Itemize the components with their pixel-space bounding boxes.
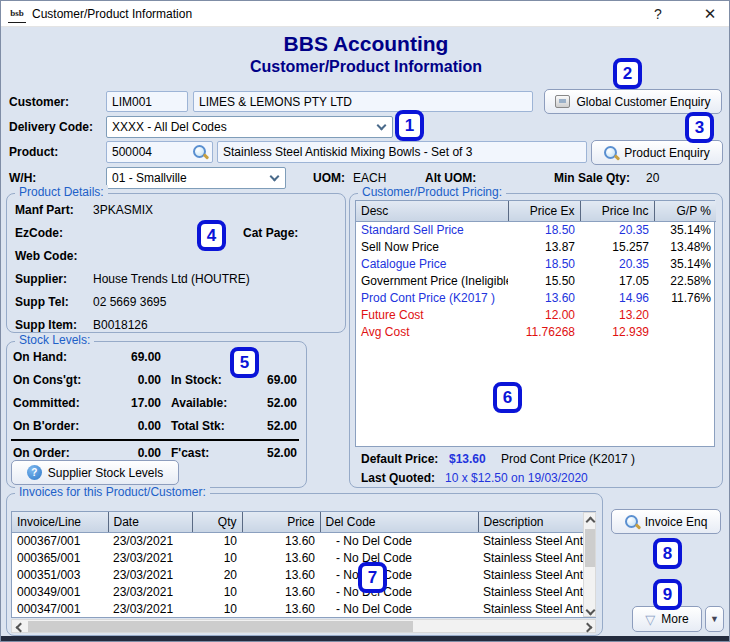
more-label: More xyxy=(661,612,688,626)
stock-label: In Stock: xyxy=(171,373,222,387)
invoice-price: 13.60 xyxy=(242,532,320,549)
chevron-down-icon: ▽ xyxy=(645,612,655,627)
invoices-horizontal-scrollbar[interactable] xyxy=(11,619,596,633)
pricing-row: Avg Cost 11.76268 12.939 xyxy=(356,323,716,340)
invoices-header-row: Invoice/Line Date Qty Price Del Code Des… xyxy=(12,512,584,532)
stock-label: Available: xyxy=(171,396,227,410)
pricing-row: Government Price (Ineligible) 15.50 17.0… xyxy=(356,272,716,289)
invoice-description: Stainless Steel Antis xyxy=(478,549,584,566)
delivery-code-label: Delivery Code: xyxy=(9,120,93,134)
pricing-row: Future Cost 12.00 13.20 xyxy=(356,306,716,323)
global-enquiry-icon xyxy=(555,95,570,108)
invoice-qty: 10 xyxy=(192,532,242,549)
stock-value: 0.00 xyxy=(91,419,161,433)
stock-label: On Hand: xyxy=(13,350,67,364)
annotation-badge-2: 2 xyxy=(613,58,642,89)
invoice-line: 000349/001 xyxy=(12,583,108,600)
search-icon xyxy=(625,515,639,529)
price-ex: 13.60 xyxy=(508,289,580,306)
invoice-row[interactable]: 000351/003 23/03/2021 20 13.60 - No Del … xyxy=(12,566,584,583)
price-inc: 20.35 xyxy=(580,255,654,272)
pricing-header-row: Desc Price Ex Price Inc G/P % xyxy=(356,201,716,221)
global-customer-enquiry-button[interactable]: Global Customer Enquiry xyxy=(544,89,722,114)
cat-page-label: Cat Page: xyxy=(243,226,298,240)
price-ex: 18.50 xyxy=(508,255,580,272)
background-strip xyxy=(1,636,730,642)
scrollbar-thumb[interactable] xyxy=(28,621,413,632)
customer-label: Customer: xyxy=(9,95,69,109)
more-dropdown-button[interactable]: ▼ xyxy=(705,606,724,632)
invoice-row[interactable]: 000349/001 23/03/2021 10 13.60 - No Del … xyxy=(12,583,584,600)
close-button[interactable]: ✕ xyxy=(691,1,729,27)
invoice-description: Stainless Steel Antis xyxy=(478,532,584,549)
supp-tel-label: Supp Tel: xyxy=(15,295,69,309)
supp-item-value: B0018126 xyxy=(93,318,148,332)
supplier-stock-levels-button[interactable]: ? Supplier Stock Levels xyxy=(11,460,179,485)
search-icon[interactable] xyxy=(193,145,207,159)
annotation-badge-6: 6 xyxy=(493,382,522,413)
price-desc: Standard Sell Price xyxy=(356,221,508,238)
scroll-right-icon[interactable] xyxy=(582,622,591,631)
app-logo-icon: bsb xyxy=(8,5,26,23)
last-quoted-value: 10 x $12.50 on 19/03/2020 xyxy=(445,471,588,485)
invoice-date: 23/03/2021 xyxy=(108,532,192,549)
col-description: Description xyxy=(478,512,584,532)
annotation-badge-1: 1 xyxy=(395,110,424,141)
default-price-desc: Prod Cont Price (K2017 ) xyxy=(501,452,635,466)
annotation-badge-5: 5 xyxy=(230,347,259,378)
ezcode-label: EzCode: xyxy=(15,226,63,240)
product-details-title: Product Details: xyxy=(15,185,108,199)
price-gp: 35.14% xyxy=(654,255,716,272)
col-qty: Qty xyxy=(192,512,242,532)
scroll-left-icon[interactable] xyxy=(15,622,24,631)
pricing-title: Customer/Product Pricing: xyxy=(358,185,506,199)
scroll-up-icon[interactable] xyxy=(585,516,594,525)
warehouse-select[interactable]: 01 - Smallville xyxy=(106,167,286,189)
pricing-col-gp: G/P % xyxy=(654,201,716,221)
invoice-enquiry-button[interactable]: Invoice Enq xyxy=(611,509,721,534)
customer-code-field[interactable]: LIM001 xyxy=(106,91,188,112)
warehouse-label: W/H: xyxy=(9,171,36,185)
invoice-row[interactable]: 000365/001 23/03/2021 10 13.60 - No Del … xyxy=(12,549,584,566)
invoice-row[interactable]: 000367/001 23/03/2021 10 13.60 - No Del … xyxy=(12,532,584,549)
invoice-del-code: - No Del Code xyxy=(320,600,478,617)
delivery-code-select[interactable]: XXXX - All Del Codes xyxy=(106,116,393,138)
pricing-row: Standard Sell Price 18.50 20.35 35.14% xyxy=(356,221,716,238)
invoice-line: 000351/003 xyxy=(12,566,108,583)
default-price-value: $13.60 xyxy=(449,452,486,466)
price-desc: Catalogue Price xyxy=(356,255,508,272)
stock-value: 69.00 xyxy=(91,350,161,364)
title-bar: bsb Customer/Product Information ? ✕ xyxy=(1,1,730,27)
invoices-vertical-scrollbar[interactable] xyxy=(583,512,596,617)
min-sale-qty-value: 20 xyxy=(646,171,659,185)
price-gp: 35.14% xyxy=(654,221,716,238)
price-inc: 15.257 xyxy=(580,238,654,255)
invoice-date: 23/03/2021 xyxy=(108,566,192,583)
scroll-down-icon[interactable] xyxy=(585,605,594,614)
stock-label: Total Stk: xyxy=(171,419,225,433)
warehouse-value: 01 - Smallville xyxy=(112,171,267,185)
invoice-qty: 10 xyxy=(192,600,242,617)
stock-label: On Order: xyxy=(13,446,70,460)
price-gp: 11.76% xyxy=(654,289,716,306)
help-button[interactable]: ? xyxy=(641,1,675,27)
pricing-row: Sell Now Price 13.87 15.257 13.48% xyxy=(356,238,716,255)
price-desc: Future Cost xyxy=(356,306,508,323)
price-ex: 15.50 xyxy=(508,272,580,289)
search-icon xyxy=(604,146,618,160)
customer-name-field[interactable]: LIMES & LEMONS PTY LTD xyxy=(193,91,533,112)
invoice-row[interactable]: 000347/001 23/03/2021 10 13.60 - No Del … xyxy=(12,600,584,617)
app-title: BBS Accounting xyxy=(1,32,730,56)
invoice-price: 13.60 xyxy=(242,583,320,600)
price-ex: 18.50 xyxy=(508,221,580,238)
product-enquiry-button[interactable]: Product Enquiry xyxy=(591,140,723,165)
col-price: Price xyxy=(242,512,320,532)
scrollbar-thumb[interactable] xyxy=(585,529,595,567)
price-ex: 12.00 xyxy=(508,306,580,323)
pricing-row: Catalogue Price 18.50 20.35 35.14% xyxy=(356,255,716,272)
pricing-row: Prod Cont Price (K2017 ) 13.60 14.96 11.… xyxy=(356,289,716,306)
product-description-field[interactable]: Stainless Steel Antiskid Mixing Bowls - … xyxy=(217,141,587,163)
stock-label: On Cons'gt: xyxy=(13,373,81,387)
product-code-field[interactable]: 500004 xyxy=(106,141,213,163)
delivery-code-value: XXXX - All Del Codes xyxy=(112,120,374,134)
